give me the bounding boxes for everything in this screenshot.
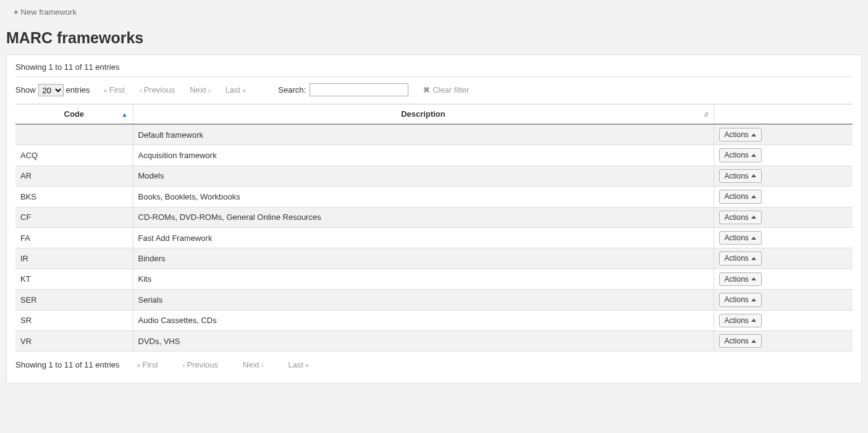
caret-up-icon [751, 298, 756, 301]
cell-actions: Actions [714, 330, 853, 351]
caret-up-icon [751, 195, 756, 198]
cell-description: Serials [133, 290, 714, 310]
cell-code: VR [15, 330, 133, 351]
caret-up-icon [751, 133, 756, 137]
cell-code [15, 124, 133, 145]
pager-next[interactable]: Next › [190, 85, 210, 95]
cell-description: Binders [133, 248, 714, 269]
cell-code: SR [15, 310, 133, 330]
entries-label: entries [66, 85, 90, 95]
table-row: CFCD-ROMs, DVD-ROMs, General Online Reso… [15, 207, 853, 227]
table-row: IRBindersActions [15, 248, 853, 269]
cell-actions: Actions [714, 290, 853, 310]
table-row: SERSerialsActions [15, 290, 853, 310]
frameworks-panel: Showing 1 to 11 of 11 entries Show 20 en… [6, 54, 862, 384]
cell-code: AR [15, 166, 133, 186]
cell-description: DVDs, VHS [133, 330, 714, 351]
table-row: ARModelsActions [15, 166, 853, 186]
cell-code: IR [15, 248, 133, 269]
cell-actions: Actions [714, 269, 853, 289]
cell-description: Fast Add Framework [133, 227, 714, 248]
actions-button[interactable]: Actions [719, 272, 762, 286]
cell-description: Kits [133, 269, 714, 289]
cell-code: BKS [15, 187, 133, 207]
close-icon: ✖ [423, 85, 430, 95]
cell-code: ACQ [15, 145, 133, 166]
actions-button[interactable]: Actions [719, 231, 762, 245]
cell-actions: Actions [714, 124, 853, 145]
caret-up-icon [751, 340, 756, 343]
pager-previous[interactable]: ‹ Previous [140, 85, 175, 95]
search-block: Search: [278, 83, 408, 96]
actions-button[interactable]: Actions [719, 148, 762, 162]
table-row: SRAudio Cassettes, CDsActions [15, 310, 853, 330]
table-controls: Show 20 entries « First ‹ Previous Next … [15, 83, 853, 96]
chevron-first-icon: « [104, 86, 107, 94]
table-row: VRDVDs, VHSActions [15, 330, 853, 351]
new-framework-button[interactable]: + New framework [14, 7, 77, 17]
actions-button[interactable]: Actions [719, 293, 762, 306]
cell-actions: Actions [714, 310, 853, 330]
cell-actions: Actions [714, 166, 853, 186]
pager-last[interactable]: Last » [225, 85, 246, 95]
chevron-last-icon: » [242, 86, 246, 94]
caret-up-icon [751, 277, 756, 280]
column-header-code[interactable]: Code ▲ [15, 104, 133, 125]
cell-description: CD-ROMs, DVD-ROMs, General Online Resour… [133, 207, 714, 227]
show-label: Show [15, 85, 36, 95]
cell-description: Acquisition framework [133, 145, 714, 166]
actions-button[interactable]: Actions [719, 314, 762, 327]
chevron-last-icon: » [305, 361, 309, 369]
actions-button[interactable]: Actions [719, 334, 762, 348]
cell-actions: Actions [714, 207, 853, 227]
chevron-first-icon: « [137, 361, 140, 369]
cell-code: CF [15, 207, 133, 227]
cell-code: SER [15, 290, 133, 310]
page-size-select[interactable]: 20 [38, 84, 64, 96]
chevron-left-icon: ‹ [140, 86, 142, 94]
caret-up-icon [751, 174, 756, 177]
cell-actions: Actions [714, 187, 853, 207]
chevron-right-icon: › [261, 361, 264, 369]
search-label: Search: [278, 85, 306, 95]
sort-asc-icon: ▲ [122, 111, 128, 117]
caret-up-icon [751, 237, 756, 240]
sort-icon: ⇵ [704, 111, 709, 117]
pager-first[interactable]: « First [104, 85, 125, 95]
cell-actions: Actions [714, 227, 853, 248]
page-title: MARC frameworks [6, 29, 862, 47]
caret-up-icon [751, 257, 756, 260]
table-row: Default frameworkActions [15, 124, 853, 145]
search-input[interactable] [310, 83, 408, 96]
pager-next-bottom[interactable]: Next › [243, 360, 263, 369]
column-header-actions [714, 104, 853, 125]
table-info-top: Showing 1 to 11 of 11 entries [15, 62, 853, 77]
clear-filter-button[interactable]: ✖ Clear filter [423, 85, 469, 95]
table-row: KTKitsActions [15, 269, 853, 289]
cell-actions: Actions [714, 145, 853, 166]
cell-description: Books, Booklets, Workbooks [133, 187, 714, 207]
actions-button[interactable]: Actions [719, 211, 762, 224]
pager-previous-bottom[interactable]: ‹ Previous [183, 360, 218, 369]
cell-code: KT [15, 269, 133, 289]
actions-button[interactable]: Actions [719, 169, 762, 183]
caret-up-icon [751, 216, 756, 219]
pager-first-bottom[interactable]: « First [137, 360, 158, 369]
actions-button[interactable]: Actions [719, 128, 762, 141]
table-controls-bottom: Showing 1 to 11 of 11 entries « First ‹ … [15, 360, 853, 369]
length-menu: Show 20 entries [15, 84, 90, 96]
table-row: BKSBooks, Booklets, WorkbooksActions [15, 187, 853, 207]
plus-icon: + [14, 7, 19, 17]
cell-code: FA [15, 227, 133, 248]
cell-actions: Actions [714, 248, 853, 269]
chevron-right-icon: › [208, 86, 211, 94]
cell-description: Models [133, 166, 714, 186]
cell-description: Audio Cassettes, CDs [133, 310, 714, 330]
column-header-description[interactable]: Description ⇵ [133, 104, 714, 125]
frameworks-table: Code ▲ Description ⇵ Default frameworkAc… [15, 104, 853, 351]
pager-last-bottom[interactable]: Last » [288, 360, 309, 369]
actions-button[interactable]: Actions [719, 190, 762, 203]
actions-button[interactable]: Actions [719, 251, 762, 265]
new-framework-label: New framework [21, 7, 77, 17]
cell-description: Default framework [133, 124, 714, 145]
